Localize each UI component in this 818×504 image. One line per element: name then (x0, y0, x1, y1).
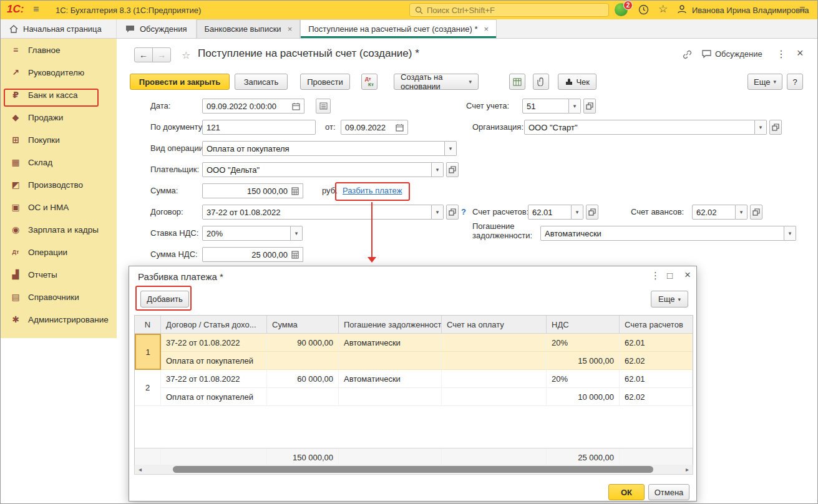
vat-cell[interactable]: 20% (547, 334, 620, 352)
split-payment-link[interactable]: Разбить платеж (343, 186, 402, 195)
contract-field[interactable]: 37-22 от 01.08.2022 ▾ (202, 205, 459, 220)
sidebar-item-sklad[interactable]: ▦Склад (1, 151, 117, 173)
repayment-select[interactable]: Автоматически ▾ (540, 226, 796, 241)
contract-cell[interactable]: 37-22 от 01.08.2022 (161, 334, 267, 352)
invoice-cell[interactable] (442, 334, 547, 352)
payment-list-button[interactable] (316, 99, 331, 114)
settings-menu-icon[interactable]: ≡ (799, 4, 805, 15)
discussions-button[interactable]: Обсуждения (117, 19, 197, 38)
dialog-maximize-icon[interactable]: □ (667, 270, 673, 281)
sidebar-item-rukovoditelyu[interactable]: ↗Руководителю (1, 61, 117, 84)
sidebar-item-pokupki[interactable]: ⊞Покупки (1, 128, 117, 151)
advance-account-cell[interactable]: 62.02 (620, 352, 693, 370)
repayment-cell[interactable]: Автоматически (339, 334, 442, 352)
settlement-account-field[interactable]: 62.01 ▾ (528, 205, 598, 220)
calculator-icon[interactable] (291, 187, 299, 195)
tab-receipt-to-account[interactable]: Поступление на расчетный счет (создание)… (300, 19, 497, 38)
discussion-button[interactable]: Обсуждение (702, 49, 762, 59)
write-button[interactable]: Записать (235, 74, 288, 90)
repayment-cell[interactable]: Автоматически (339, 370, 442, 388)
get-link-icon[interactable] (682, 49, 692, 61)
organization-field[interactable]: ООО "Старт" ▾ (524, 120, 782, 135)
open-organization-button[interactable] (769, 120, 782, 135)
chevron-down-icon[interactable]: ▾ (432, 162, 444, 177)
post-and-close-button[interactable]: Провести и закрыть (130, 74, 230, 90)
dialog-kebab-icon[interactable]: ⋮ (651, 270, 660, 281)
forward-button[interactable]: → (152, 47, 171, 62)
home-page-button[interactable]: Начальная страница (1, 19, 117, 38)
calendar-icon[interactable] (292, 102, 300, 110)
open-settlement-button[interactable] (586, 205, 598, 220)
amount-field[interactable]: 150 000,00 (202, 183, 303, 198)
help-button[interactable]: ? (787, 74, 803, 90)
vat-rate-select[interactable]: 20% ▾ (202, 226, 303, 241)
date-field[interactable]: 09.09.2022 0:00:00 (202, 99, 304, 114)
sidebar-item-otchety[interactable]: ▟Отчеты (1, 263, 117, 286)
doc-number-field[interactable]: 121 (202, 120, 316, 135)
open-payer-button[interactable] (446, 162, 459, 177)
sidebar-item-prodazhi[interactable]: ◆Продажи (1, 106, 117, 128)
sidebar-item-administrirovanie[interactable]: ✱Администрирование (1, 308, 117, 331)
empty-cell[interactable] (442, 352, 547, 370)
dt-kt-postings-button[interactable]: ДтКт (361, 74, 377, 90)
scroll-right-icon[interactable]: ▸ (682, 466, 693, 473)
scrollbar-thumb[interactable] (173, 466, 653, 473)
hint-question-icon[interactable]: ? (461, 205, 466, 220)
row-number-cell[interactable]: 2 (135, 370, 161, 406)
account-field[interactable]: 51 ▾ (522, 99, 596, 114)
account-cell[interactable]: 62.01 (620, 370, 693, 388)
user-icon[interactable] (677, 4, 687, 16)
empty-cell[interactable] (267, 388, 339, 406)
tab-close-icon[interactable]: × (288, 24, 293, 34)
empty-cell[interactable] (267, 352, 339, 370)
tab-bank-statements[interactable]: Банковские выписки × (197, 19, 301, 38)
contract-cell[interactable]: 37-22 от 01.08.2022 (161, 370, 267, 388)
check-button[interactable]: Чек (558, 74, 596, 90)
col-header-contract[interactable]: Договор / Статья дохо... (161, 316, 267, 334)
open-advance-button[interactable] (750, 205, 762, 220)
sidebar-item-proizvodstvo[interactable]: ◩Производство (1, 173, 117, 196)
more-button[interactable]: Еще ▾ (747, 74, 782, 90)
operation-type-select[interactable]: Оплата от покупателя ▾ (202, 141, 457, 156)
vat-amount-cell[interactable]: 15 000,00 (547, 352, 620, 370)
empty-cell[interactable] (442, 388, 547, 406)
dialog-more-button[interactable]: Еще ▾ (651, 291, 688, 308)
favorites-icon[interactable]: ☆ (658, 2, 668, 16)
sidebar-item-operacii[interactable]: ДтОперации (1, 241, 117, 263)
sum-cell[interactable]: 60 000,00 (267, 370, 339, 388)
chevron-down-icon[interactable]: ▾ (784, 226, 796, 241)
chevron-down-icon[interactable]: ▾ (291, 226, 303, 241)
scrollbar-track[interactable] (145, 465, 682, 474)
post-button[interactable]: Провести (300, 74, 350, 90)
sum-cell[interactable]: 90 000,00 (267, 334, 339, 352)
account-cell[interactable]: 62.01 (620, 334, 693, 352)
col-header-invoice[interactable]: Счет на оплату (442, 316, 547, 334)
cancel-button[interactable]: Отмена (648, 484, 689, 500)
table-row[interactable]: 1 37-22 от 01.08.2022 90 000,00 Автомати… (135, 334, 693, 370)
history-icon[interactable] (638, 4, 649, 17)
more-kebab-icon[interactable]: ⋮ (776, 48, 786, 60)
sidebar-item-os-nma[interactable]: ▣ОС и НМА (1, 196, 117, 218)
vat-cell[interactable]: 20% (547, 370, 620, 388)
col-header-n[interactable]: N (135, 316, 161, 334)
vat-amount-cell[interactable]: 10 000,00 (547, 388, 620, 406)
add-row-button[interactable]: Добавить (140, 291, 189, 308)
create-based-on-button[interactable]: Создать на основании ▾ (394, 74, 479, 90)
advance-account-cell[interactable]: 62.02 (620, 388, 693, 406)
chevron-down-icon[interactable]: ▾ (432, 205, 444, 220)
back-button[interactable]: ← (134, 47, 153, 62)
col-header-repayment[interactable]: Погашение задолженности (339, 316, 442, 334)
col-header-accounts[interactable]: Счета расчетов (620, 316, 693, 334)
attachments-button[interactable] (533, 74, 549, 90)
col-header-sum[interactable]: Сумма (267, 316, 339, 334)
favorite-star-icon[interactable]: ☆ (182, 49, 190, 61)
close-document-icon[interactable]: × (797, 47, 804, 60)
vat-amount-field[interactable]: 25 000,00 (202, 247, 303, 262)
sidebar-item-bank-kassa[interactable]: ₽Банк и касса (1, 84, 117, 106)
advance-account-field[interactable]: 62.02 ▾ (692, 205, 762, 220)
chevron-down-icon[interactable]: ▾ (445, 141, 457, 156)
tab-close-icon[interactable]: × (484, 24, 489, 34)
doc-date-field[interactable]: 09.09.2022 (341, 120, 408, 135)
row-number-cell[interactable]: 1 (135, 334, 161, 370)
global-search-input[interactable]: Поиск Ctrl+Shift+F (409, 3, 609, 17)
